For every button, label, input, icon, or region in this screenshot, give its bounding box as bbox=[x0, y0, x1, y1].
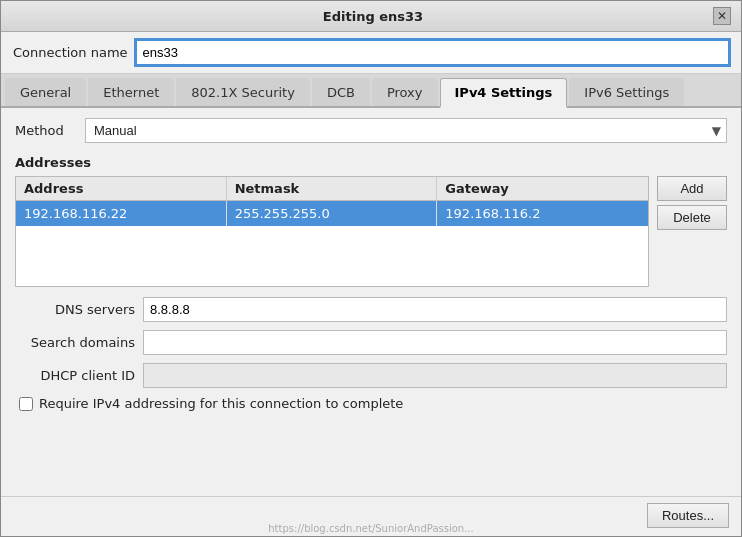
dialog: Editing ens33 ✕ Connection name General … bbox=[0, 0, 742, 537]
dialog-title: Editing ens33 bbox=[33, 9, 713, 24]
tab-security[interactable]: 802.1X Security bbox=[176, 78, 310, 106]
cell-address: 192.168.116.22 bbox=[16, 201, 227, 226]
require-ipv4-row: Require IPv4 addressing for this connect… bbox=[15, 396, 727, 411]
addresses-section-title: Addresses bbox=[15, 155, 727, 170]
tab-ipv4[interactable]: IPv4 Settings bbox=[440, 78, 568, 108]
tab-proxy[interactable]: Proxy bbox=[372, 78, 438, 106]
connection-name-row: Connection name bbox=[1, 32, 741, 74]
search-domains-input[interactable] bbox=[143, 330, 727, 355]
tab-general[interactable]: General bbox=[5, 78, 86, 106]
addresses-table-wrap: Address Netmask Gateway 192.168.116.22 2… bbox=[15, 176, 727, 287]
cell-netmask: 255.255.255.0 bbox=[227, 201, 438, 226]
connection-name-label: Connection name bbox=[13, 45, 128, 60]
require-ipv4-label: Require IPv4 addressing for this connect… bbox=[39, 396, 403, 411]
dhcp-client-id-input bbox=[143, 363, 727, 388]
addresses-table: Address Netmask Gateway 192.168.116.22 2… bbox=[15, 176, 649, 287]
dns-servers-label: DNS servers bbox=[15, 302, 135, 317]
dns-servers-input[interactable] bbox=[143, 297, 727, 322]
tab-content: Method Manual Automatic (DHCP) Link-Loca… bbox=[1, 108, 741, 496]
col-netmask: Netmask bbox=[227, 177, 438, 200]
connection-name-input[interactable] bbox=[136, 40, 729, 65]
dhcp-client-id-label: DHCP client ID bbox=[15, 368, 135, 383]
col-gateway: Gateway bbox=[437, 177, 648, 200]
table-buttons: Add Delete bbox=[657, 176, 727, 287]
routes-button[interactable]: Routes... bbox=[647, 503, 729, 528]
col-address: Address bbox=[16, 177, 227, 200]
tabs-bar: General Ethernet 802.1X Security DCB Pro… bbox=[1, 74, 741, 108]
search-domains-row: Search domains bbox=[15, 330, 727, 355]
method-select[interactable]: Manual Automatic (DHCP) Link-Local Only … bbox=[85, 118, 727, 143]
tab-dcb[interactable]: DCB bbox=[312, 78, 370, 106]
delete-button[interactable]: Delete bbox=[657, 205, 727, 230]
search-domains-label: Search domains bbox=[15, 335, 135, 350]
footer: Routes... https://blog.csdn.net/SuniorAn… bbox=[1, 496, 741, 536]
table-row[interactable]: 192.168.116.22 255.255.255.0 192.168.116… bbox=[16, 201, 648, 226]
method-select-wrap: Manual Automatic (DHCP) Link-Local Only … bbox=[85, 118, 727, 143]
cell-gateway: 192.168.116.2 bbox=[437, 201, 648, 226]
method-label: Method bbox=[15, 123, 75, 138]
titlebar: Editing ens33 ✕ bbox=[1, 1, 741, 32]
watermark: https://blog.csdn.net/SuniorAndPassion..… bbox=[268, 523, 473, 534]
tab-ipv6[interactable]: IPv6 Settings bbox=[569, 78, 684, 106]
dhcp-client-id-row: DHCP client ID bbox=[15, 363, 727, 388]
dns-servers-row: DNS servers bbox=[15, 297, 727, 322]
add-button[interactable]: Add bbox=[657, 176, 727, 201]
table-header: Address Netmask Gateway bbox=[16, 177, 648, 201]
close-button[interactable]: ✕ bbox=[713, 7, 731, 25]
method-row: Method Manual Automatic (DHCP) Link-Loca… bbox=[15, 118, 727, 143]
table-empty-area bbox=[16, 226, 648, 286]
tab-ethernet[interactable]: Ethernet bbox=[88, 78, 174, 106]
require-ipv4-checkbox[interactable] bbox=[19, 397, 33, 411]
